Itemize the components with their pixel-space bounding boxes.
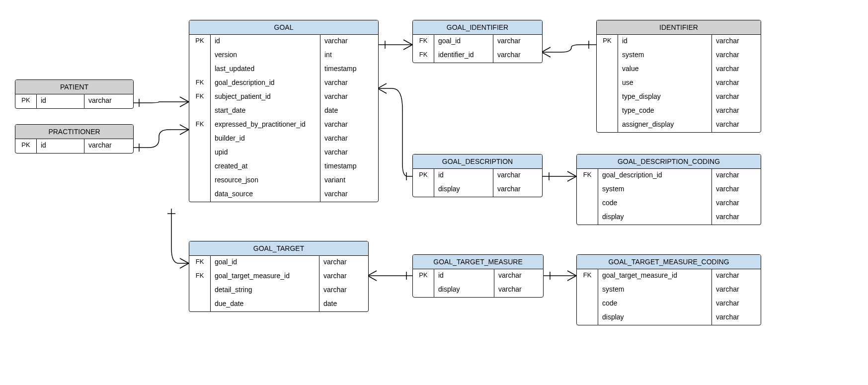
entity-patient: PATIENT PK id varchar	[15, 79, 134, 109]
col-name: goal_id	[211, 256, 319, 270]
col-name: system	[598, 183, 712, 197]
entity-header: PATIENT	[15, 80, 133, 94]
col-key	[597, 90, 618, 104]
col-name: display	[598, 311, 712, 325]
col-type: varchar	[319, 256, 368, 270]
table-row: valuevarchar	[597, 63, 761, 77]
table-row: resource_jsonvariant	[189, 174, 378, 188]
col-name: goal_id	[434, 35, 493, 49]
table-row: systemvarchar	[577, 283, 761, 297]
col-type: varchar	[712, 104, 761, 118]
col-name: system	[618, 49, 712, 63]
table-row: FKgoal_idvarchar	[413, 35, 542, 49]
col-type: varchar	[320, 77, 378, 90]
entity-header: GOAL_TARGET_MEASURE_CODING	[577, 255, 761, 269]
col-type: varchar	[493, 49, 542, 63]
table-row: FKgoal_idvarchar	[189, 256, 368, 270]
col-key: PK	[413, 169, 434, 183]
table-row: upidvarchar	[189, 146, 378, 160]
col-name: goal_description_id	[598, 169, 712, 183]
col-key	[189, 298, 211, 311]
col-type: varchar	[712, 77, 761, 90]
entity-header: IDENTIFIER	[597, 20, 761, 35]
col-key	[189, 174, 211, 188]
col-name: type_code	[618, 104, 712, 118]
col-type: timestamp	[320, 160, 378, 174]
col-name: value	[618, 63, 712, 77]
col-type: varchar	[712, 63, 761, 77]
col-name: start_date	[211, 104, 320, 118]
col-type: varchar	[712, 211, 761, 225]
table-row: systemvarchar	[597, 49, 761, 63]
entity-goal-target: GOAL_TARGET FKgoal_idvarcharFKgoal_targe…	[189, 241, 369, 312]
col-name: use	[618, 77, 712, 90]
entity-header: GOAL	[189, 20, 378, 35]
col-type: varchar	[712, 297, 761, 311]
col-name: detail_string	[211, 284, 319, 298]
col-type: varchar	[712, 35, 761, 49]
col-type: varchar	[712, 183, 761, 197]
col-name: created_at	[211, 160, 320, 174]
table-row: builder_idvarchar	[189, 132, 378, 146]
col-type: variant	[320, 174, 378, 188]
col-key: FK	[189, 90, 211, 104]
col-key	[189, 104, 211, 118]
table-row: type_codevarchar	[597, 104, 761, 118]
table-row: displayvarchar	[413, 283, 543, 297]
table-row: codevarchar	[577, 297, 761, 311]
entity-header: GOAL_TARGET	[189, 241, 368, 256]
col-key	[189, 63, 211, 77]
table-row: codevarchar	[577, 197, 761, 211]
col-key	[597, 77, 618, 90]
col-key: PK	[15, 94, 37, 108]
entity-header: GOAL_TARGET_MEASURE	[413, 255, 543, 269]
table-row: FKidentifier_idvarchar	[413, 49, 542, 63]
table-row: PKidvarchar	[413, 169, 542, 183]
entity-goal-description: GOAL_DESCRIPTION PKidvarchardisplayvarch…	[412, 154, 543, 197]
col-type: varchar	[493, 169, 542, 183]
col-key	[597, 49, 618, 63]
col-type: varchar	[712, 269, 761, 283]
col-name: due_date	[211, 298, 319, 311]
col-type: date	[319, 298, 368, 311]
col-key	[597, 118, 618, 132]
col-type: varchar	[712, 311, 761, 325]
col-key	[189, 160, 211, 174]
col-name: last_updated	[211, 63, 320, 77]
col-name: code	[598, 297, 712, 311]
col-name: goal_target_measure_id	[598, 269, 712, 283]
col-key: PK	[15, 139, 37, 153]
col-key	[189, 188, 211, 202]
entity-header: GOAL_IDENTIFIER	[413, 20, 542, 35]
col-name: display	[434, 183, 493, 197]
col-type: varchar	[494, 283, 543, 297]
col-name: id	[211, 35, 320, 49]
col-type: varchar	[712, 90, 761, 104]
col-type: varchar	[320, 132, 378, 146]
col-name: id	[618, 35, 712, 49]
col-key	[577, 311, 598, 325]
col-name: id	[434, 269, 494, 283]
col-key: FK	[413, 49, 434, 63]
col-key: FK	[189, 118, 211, 132]
col-key	[413, 183, 434, 197]
col-key	[577, 283, 598, 297]
table-row: created_attimestamp	[189, 160, 378, 174]
table-row: versionint	[189, 49, 378, 63]
col-key	[577, 211, 598, 225]
col-name: assigner_display	[618, 118, 712, 132]
col-type: varchar	[493, 35, 542, 49]
table-row: last_updatedtimestamp	[189, 63, 378, 77]
col-key	[577, 183, 598, 197]
col-name: goal_description_id	[211, 77, 320, 90]
table-row: systemvarchar	[577, 183, 761, 197]
col-key: FK	[189, 256, 211, 270]
col-key	[189, 49, 211, 63]
col-key: FK	[189, 77, 211, 90]
col-type: varchar	[712, 283, 761, 297]
col-key	[577, 297, 598, 311]
entity-header: GOAL_DESCRIPTION_CODING	[577, 154, 761, 169]
col-key: FK	[577, 269, 598, 283]
col-name: version	[211, 49, 320, 63]
col-type: varchar	[319, 270, 368, 284]
